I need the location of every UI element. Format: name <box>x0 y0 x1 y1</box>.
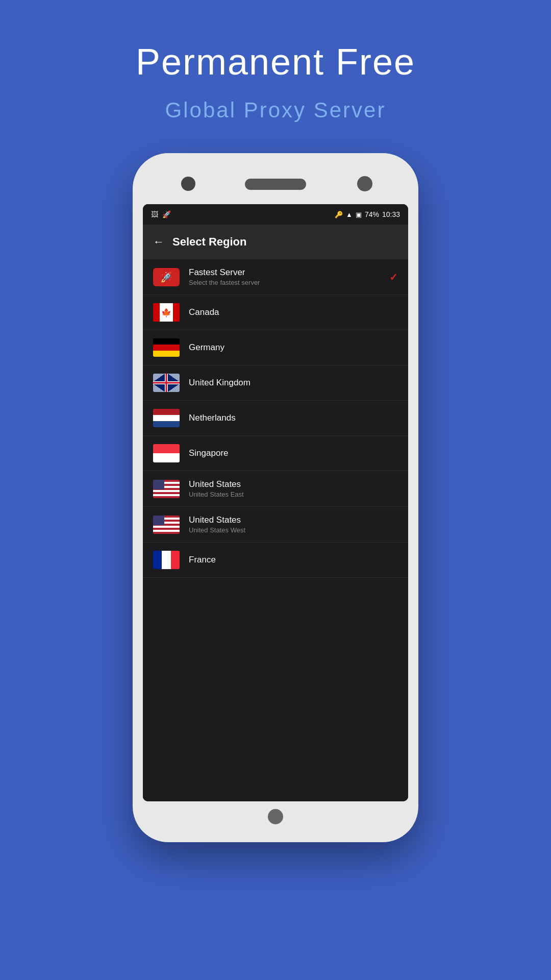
server-info-canada: Canada <box>189 307 398 317</box>
notification-icon: 🖼 <box>151 210 158 218</box>
server-name-us-east: United States <box>189 479 398 489</box>
front-camera <box>181 177 195 191</box>
server-info-singapore: Singapore <box>189 448 398 458</box>
page-subtitle: Global Proxy Server <box>165 98 386 122</box>
server-info-uk: United Kingdom <box>189 378 398 388</box>
server-item-canada[interactable]: 🍁 Canada <box>143 295 408 330</box>
server-subtitle-fastest: Select the fastest server <box>189 279 389 286</box>
server-name-france: France <box>189 555 398 565</box>
time: 10:33 <box>382 210 400 218</box>
battery-level: 74% <box>365 210 379 218</box>
server-item-germany[interactable]: Germany <box>143 330 408 365</box>
server-info-us-east: United StatesUnited States East <box>189 479 398 498</box>
server-item-france[interactable]: France <box>143 543 408 578</box>
status-bar: 🖼 🚀 🔑 ▲ ▣ 74% 10:33 <box>143 204 408 225</box>
phone-mockup: 🖼 🚀 🔑 ▲ ▣ 74% 10:33 ← Select Region 🚀Fas… <box>133 153 418 842</box>
server-list[interactable]: 🚀Fastest ServerSelect the fastest server… <box>143 259 408 801</box>
camera <box>357 176 372 191</box>
server-item-us-west[interactable]: United StatesUnited States West <box>143 507 408 543</box>
flag-usa <box>153 480 180 498</box>
wifi-icon: ▲ <box>346 211 353 218</box>
flag-singapore <box>153 444 180 462</box>
server-item-fastest[interactable]: 🚀Fastest ServerSelect the fastest server… <box>143 259 408 295</box>
page-title: Permanent Free <box>136 41 415 83</box>
server-name-fastest: Fastest Server <box>189 267 389 278</box>
server-name-uk: United Kingdom <box>189 378 398 388</box>
flag-netherlands <box>153 409 180 427</box>
server-info-netherlands: Netherlands <box>189 413 398 423</box>
server-subtitle-us-east: United States East <box>189 491 398 498</box>
server-item-singapore[interactable]: Singapore <box>143 436 408 471</box>
server-item-us-east[interactable]: United StatesUnited States East <box>143 471 408 507</box>
signal-icon: ▣ <box>356 211 362 218</box>
back-button[interactable]: ← <box>153 235 164 249</box>
server-item-uk[interactable]: United Kingdom <box>143 365 408 401</box>
server-info-us-west: United StatesUnited States West <box>189 515 398 534</box>
speaker <box>245 179 306 190</box>
flag-uk <box>153 374 180 392</box>
phone-screen: 🖼 🚀 🔑 ▲ ▣ 74% 10:33 ← Select Region 🚀Fas… <box>143 204 408 801</box>
flag-usa <box>153 516 180 534</box>
server-item-netherlands[interactable]: Netherlands <box>143 401 408 436</box>
flag-france <box>153 551 180 569</box>
server-name-us-west: United States <box>189 515 398 525</box>
check-icon-fastest: ✓ <box>389 271 398 283</box>
server-subtitle-us-west: United States West <box>189 526 398 534</box>
flag-canada: 🍁 <box>153 303 180 322</box>
server-info-germany: Germany <box>189 342 398 353</box>
flag-rocket: 🚀 <box>153 268 180 286</box>
screen-title: Select Region <box>172 235 246 249</box>
server-info-fastest: Fastest ServerSelect the fastest server <box>189 267 389 286</box>
app-header: ← Select Region <box>143 225 408 259</box>
server-name-netherlands: Netherlands <box>189 413 398 423</box>
server-name-singapore: Singapore <box>189 448 398 458</box>
server-name-canada: Canada <box>189 307 398 317</box>
vpn-icon: 🚀 <box>162 210 171 218</box>
home-button[interactable] <box>268 809 283 824</box>
key-icon: 🔑 <box>335 211 343 218</box>
server-name-germany: Germany <box>189 342 398 353</box>
flag-germany <box>153 338 180 357</box>
server-info-france: France <box>189 555 398 565</box>
